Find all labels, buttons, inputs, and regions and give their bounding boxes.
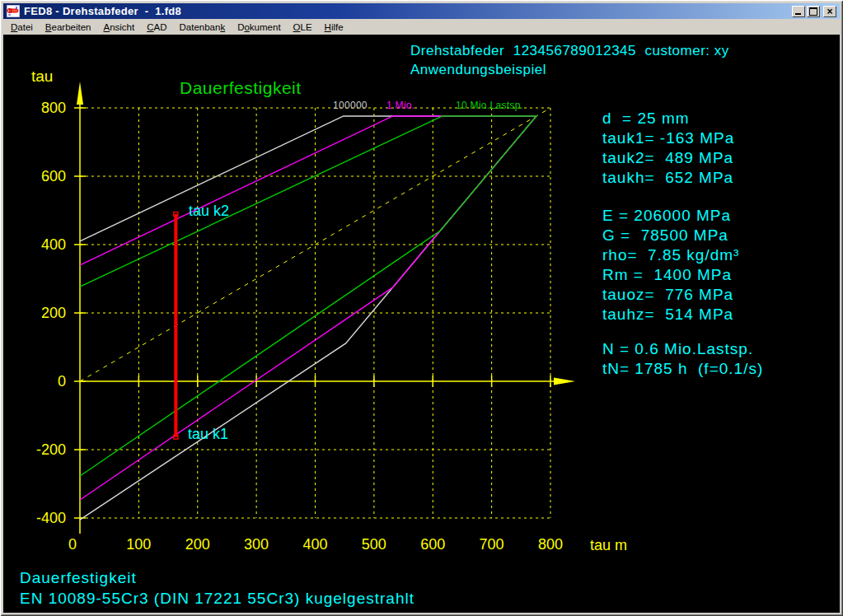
menu-item-cad[interactable]: CAD xyxy=(147,22,166,32)
menu-item-bearbeiten[interactable]: Bearbeiten xyxy=(45,22,91,32)
maximize-button[interactable] xyxy=(807,6,820,17)
window-controls: × xyxy=(792,6,836,17)
window-title: FED8 - Drehstabfeder - 1.fd8 xyxy=(24,5,792,17)
app-window: FED8 - Drehstabfeder - 1.fd8 × Datei Bea… xyxy=(0,0,843,616)
menu-item-ole[interactable]: OLE xyxy=(293,22,312,32)
menu-item-datei[interactable]: Datei xyxy=(11,22,33,32)
menu-bar: Datei Bearbeiten Ansicht CAD Datenbank D… xyxy=(3,19,840,35)
menu-item-ansicht[interactable]: Ansicht xyxy=(104,22,135,32)
maximize-icon xyxy=(809,7,817,16)
menu-item-dokument[interactable]: Dokument xyxy=(237,22,280,32)
close-button[interactable]: × xyxy=(823,6,836,17)
menu-item-datenbank[interactable]: Datenbank xyxy=(180,22,226,32)
app-icon xyxy=(7,5,20,17)
minimize-button[interactable] xyxy=(792,6,805,17)
close-icon: × xyxy=(827,7,832,16)
minimize-icon xyxy=(795,13,801,15)
menu-item-hilfe[interactable]: Hilfe xyxy=(325,22,344,32)
chart-canvas xyxy=(3,35,840,613)
title-bar[interactable]: FED8 - Drehstabfeder - 1.fd8 × xyxy=(3,3,840,19)
